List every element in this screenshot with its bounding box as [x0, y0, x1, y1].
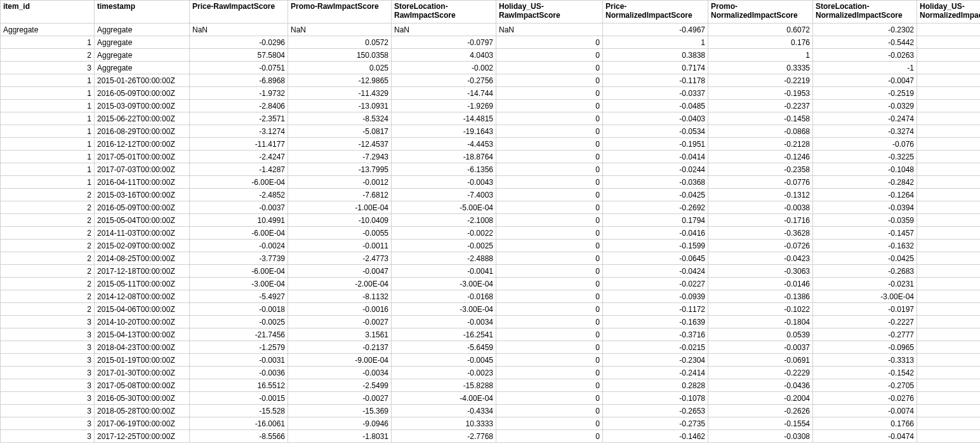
- table-cell: 16.5512: [190, 379, 288, 392]
- table-cell: -0.3225: [813, 151, 917, 163]
- column-header: Promo-RawImpactScore: [288, 1, 392, 24]
- table-cell: 4.0403: [392, 49, 496, 62]
- table-cell: 0: [917, 138, 981, 151]
- table-cell: Aggregate: [95, 24, 190, 36]
- column-header: StoreLocation-NormalizedImpactScore: [813, 1, 917, 24]
- table-cell: -18.8764: [392, 151, 496, 163]
- table-cell: -0.0215: [603, 341, 708, 354]
- table-cell: Aggregate: [95, 62, 190, 74]
- table-cell: 0: [917, 341, 981, 354]
- table-cell: -0.2626: [708, 405, 813, 417]
- table-cell: -0.2842: [813, 176, 917, 189]
- table-cell: -0.3274: [813, 125, 917, 138]
- table-cell: 2: [1, 265, 95, 278]
- table-cell: 0: [496, 138, 603, 151]
- table-cell: -0.0047: [288, 265, 392, 278]
- table-cell: 2017-12-18T00:00:00Z: [95, 265, 190, 278]
- table-cell: -0.0011: [288, 240, 392, 252]
- table-cell: 0: [496, 74, 603, 87]
- table-cell: -2.5499: [288, 379, 392, 392]
- table-row: 12017-05-01T00:00:00Z-2.4247-7.2943-18.8…: [1, 151, 981, 163]
- table-cell: 0.3838: [603, 49, 708, 62]
- table-cell: 0.0572: [288, 36, 392, 49]
- table-cell: -10.0409: [288, 214, 392, 227]
- table-cell: 0.0539: [708, 328, 813, 341]
- table-cell: -0.0025: [190, 316, 288, 328]
- table-row: AggregateAggregateNaNNaNNaNNaN-0.49670.6…: [1, 24, 981, 36]
- table-cell: 0: [496, 214, 603, 227]
- table-cell: -3.00E-04: [392, 303, 496, 316]
- table-cell: 0: [917, 417, 981, 430]
- table-cell: 0: [917, 176, 981, 189]
- table-cell: 2: [1, 227, 95, 240]
- table-cell: -0.2358: [708, 163, 813, 176]
- table-cell: -9.0946: [288, 417, 392, 430]
- table-row: 22015-04-06T00:00:00Z-0.0018-0.0016-3.00…: [1, 303, 981, 316]
- table-cell: 0: [496, 36, 603, 49]
- table-cell: 2: [1, 214, 95, 227]
- table-cell: 3: [1, 417, 95, 430]
- table-row: 32017-06-19T00:00:00Z-16.0061-9.094610.3…: [1, 417, 981, 430]
- table-cell: -0.4967: [603, 24, 708, 36]
- table-row: 12016-08-29T00:00:00Z-3.1274-5.0817-19.1…: [1, 125, 981, 138]
- table-cell: 0: [496, 379, 603, 392]
- table-cell: -0.0025: [392, 240, 496, 252]
- table-cell: -5.4927: [190, 290, 288, 303]
- table-cell: 0: [917, 100, 981, 112]
- table-cell: -0.0939: [603, 290, 708, 303]
- table-cell: 0: [496, 49, 603, 62]
- table-cell: -0.1178: [603, 74, 708, 87]
- table-cell: -2.3571: [190, 112, 288, 125]
- table-cell: 0: [917, 214, 981, 227]
- table-cell: 2017-05-08T00:00:00Z: [95, 379, 190, 392]
- table-cell: 3: [1, 341, 95, 354]
- table-cell: -7.6812: [288, 189, 392, 201]
- table-cell: 0: [917, 379, 981, 392]
- table-cell: -0.0691: [708, 354, 813, 367]
- table-cell: 2014-10-20T00:00:00Z: [95, 316, 190, 328]
- table-cell: -0.0038: [708, 201, 813, 214]
- table-cell: -0.0776: [708, 176, 813, 189]
- table-cell: -0.002: [392, 62, 496, 74]
- table-cell: 0: [496, 392, 603, 405]
- table-cell: -12.9865: [288, 74, 392, 87]
- table-cell: 1: [708, 49, 813, 62]
- table-cell: 0.2828: [603, 379, 708, 392]
- table-cell: 1: [1, 74, 95, 87]
- table-cell: -0.0424: [603, 265, 708, 278]
- table-cell: -1.9732: [190, 87, 288, 100]
- table-cell: 0: [496, 290, 603, 303]
- table-cell: 0: [496, 303, 603, 316]
- table-cell: -0.0474: [813, 430, 917, 443]
- table-cell: -6.00E-04: [190, 227, 288, 240]
- table-cell: 2017-12-25T00:00:00Z: [95, 430, 190, 443]
- table-cell: 2017-01-30T00:00:00Z: [95, 367, 190, 379]
- table-cell: -0.1172: [603, 303, 708, 316]
- table-cell: -13.0931: [288, 100, 392, 112]
- table-cell: -0.0231: [813, 278, 917, 290]
- table-cell: -6.1356: [392, 163, 496, 176]
- table-cell: -19.1643: [392, 125, 496, 138]
- table-cell: 0: [496, 316, 603, 328]
- table-cell: 57.5804: [190, 49, 288, 62]
- table-cell: 0: [917, 87, 981, 100]
- table-cell: 2014-08-25T00:00:00Z: [95, 252, 190, 265]
- table-cell: -0.0047: [813, 74, 917, 87]
- table-cell: 0: [917, 240, 981, 252]
- table-cell: -0.0023: [392, 367, 496, 379]
- table-cell: 0: [496, 176, 603, 189]
- table-cell: 3: [1, 62, 95, 74]
- table-cell: 0: [917, 201, 981, 214]
- table-cell: -0.2219: [708, 74, 813, 87]
- table-cell: 2: [1, 240, 95, 252]
- table-row: 22014-08-25T00:00:00Z-3.7739-2.4773-2.48…: [1, 252, 981, 265]
- table-cell: -15.369: [288, 405, 392, 417]
- table-cell: -0.5442: [813, 36, 917, 49]
- table-cell: 0: [496, 341, 603, 354]
- table-cell: -0.0308: [708, 430, 813, 443]
- table-cell: -1: [813, 62, 917, 74]
- table-cell: -16.0061: [190, 417, 288, 430]
- table-cell: -0.0416: [603, 227, 708, 240]
- table-cell: -0.0423: [708, 252, 813, 265]
- table-cell: 0.1794: [603, 214, 708, 227]
